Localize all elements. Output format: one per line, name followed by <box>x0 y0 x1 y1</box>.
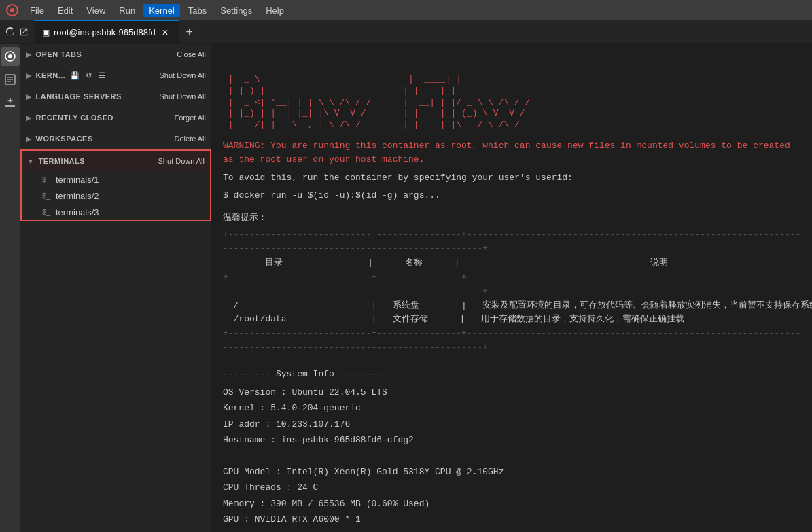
language-servers-title: ▶ LANGUAGE SERVERS <box>26 92 122 101</box>
cpu-threads: CPU Threads : 24 C <box>223 480 801 495</box>
system-info-header: --------- System Info --------- <box>223 366 801 382</box>
recently-closed-title: ▶ RECENTLY CLOSED <box>26 113 113 122</box>
table-divider-mid: +---------------------------+-----------… <box>223 270 801 299</box>
advice-message: To avoid this, run the container by spec… <box>223 171 801 185</box>
menu-edit[interactable]: Edit <box>52 4 78 17</box>
sidebar-icon-bar <box>0 44 20 532</box>
terminal-item-1[interactable]: $_ terminals/1 <box>22 171 210 188</box>
menu-help[interactable]: Help <box>260 4 289 17</box>
open-tabs-chevron: ▶ <box>26 51 32 58</box>
open-tabs-header[interactable]: ▶ OPEN TABS Close All <box>20 44 211 65</box>
memory: Memory : 390 MB / 65536 MB (0.60% Used) <box>223 496 801 512</box>
terminal-item-3-icon: $_ <box>41 207 52 217</box>
terminal-item-2-icon: $_ <box>41 190 52 201</box>
cpu-model: CPU Model : Intel(R) Xeon(R) Gold 5318Y … <box>223 464 801 480</box>
hostname: Hostname : ins-psbbk-965d88fd6-cfdg2 <box>223 432 801 448</box>
table-row-2: /root/data | 文件存储 | 用于存储数据的目录，支持持久化，需确保正… <box>223 313 801 327</box>
cuda: CUDA : Not Installed <box>223 528 801 532</box>
terminal-icon: ▣ <box>42 28 50 37</box>
extensions-icon[interactable] <box>1 93 20 112</box>
os-version: OS Version : Ubuntu 22.04.5 LTS <box>223 385 801 400</box>
kern-restart-icon[interactable]: ↺ <box>83 70 94 81</box>
system-info: --------- System Info --------- OS Versi… <box>223 366 801 532</box>
running-sessions-icon[interactable] <box>1 47 20 66</box>
open-tabs-title: ▶ OPEN TABS <box>26 50 82 58</box>
svg-point-3 <box>8 54 12 58</box>
app-logo <box>5 3 19 17</box>
terminal-item-2-label: terminals/2 <box>56 191 99 201</box>
tab-label: root@ins-psbbk-965d88fd <box>54 27 156 37</box>
workspaces-section: ▶ WORKSPACES Delete All <box>20 128 211 149</box>
open-tabs-section: ▶ OPEN TABS Close All <box>20 44 211 65</box>
language-servers-header[interactable]: ▶ LANGUAGE SERVERS Shut Down All <box>20 86 211 107</box>
tips-section: 温馨提示： +---------------------------+-----… <box>223 211 801 355</box>
terminal-item-2[interactable]: $_ terminals/2 <box>22 188 210 204</box>
menu-view[interactable]: View <box>81 4 111 17</box>
recently-closed-section: ▶ RECENTLY CLOSED Forget All <box>20 107 211 128</box>
main-layout: ▶ OPEN TABS Close All ▶ KERN... 💾 ↺ ☰ <box>0 44 812 532</box>
kern-title: ▶ KERN... 💾 ↺ ☰ <box>26 70 107 81</box>
kernel-version: Kernel : 5.4.0-204-generic <box>223 400 801 416</box>
workspaces-title: ▶ WORKSPACES <box>26 135 93 143</box>
menu-tabs[interactable]: Tabs <box>183 4 212 17</box>
kern-header[interactable]: ▶ KERN... 💾 ↺ ☰ Shut Down All <box>20 65 211 86</box>
kern-shutdown-all-button[interactable]: Shut Down All <box>160 71 206 79</box>
ascii-art-header: ____ ______ _ | _ \ | ____| | | |_) |_ _… <box>223 51 801 131</box>
terminal-tab[interactable]: ▣ root@ins-psbbk-965d88fd ✕ <box>34 20 179 44</box>
workspaces-header[interactable]: ▶ WORKSPACES Delete All <box>20 128 211 149</box>
new-tab-button[interactable]: + <box>179 20 200 44</box>
svg-point-1 <box>10 8 14 12</box>
terminals-header[interactable]: ▼ TERMINALS Shut Down All <box>22 151 210 171</box>
delete-all-button[interactable]: Delete All <box>175 135 206 143</box>
kern-chevron: ▶ <box>26 72 32 79</box>
table-divider-top: +---------------------------+-----------… <box>223 228 801 257</box>
tips-title: 温馨提示： <box>223 211 801 226</box>
forget-all-button[interactable]: Forget All <box>175 113 206 122</box>
tabbar: ▣ root@ins-psbbk-965d88fd ✕ + <box>0 20 812 44</box>
external-link-icon[interactable] <box>19 27 29 37</box>
kern-menu-icon[interactable]: ☰ <box>96 70 107 81</box>
file-browser-icon[interactable] <box>1 70 20 89</box>
terminals-title: ▼ TERMINALS <box>27 157 85 165</box>
table-row-1: / | 系统盘 | 安装及配置环境的目录，可存放代码等。会随着释放实例消失，当前… <box>223 299 801 313</box>
terminal-item-3[interactable]: $_ terminals/3 <box>22 204 210 220</box>
table-header: 目录 | 名称 | 说明 <box>223 256 801 270</box>
language-servers-shutdown-button[interactable]: Shut Down All <box>160 92 206 101</box>
kern-controls: 💾 ↺ ☰ <box>69 70 107 81</box>
workspaces-chevron: ▶ <box>26 135 32 143</box>
kern-section: ▶ KERN... 💾 ↺ ☰ Shut Down All <box>20 65 211 86</box>
kern-save-icon[interactable]: 💾 <box>69 70 80 81</box>
docker-command: $ docker run -u $(id -u):$(id -g) args..… <box>223 190 801 200</box>
language-servers-section: ▶ LANGUAGE SERVERS Shut Down All <box>20 86 211 107</box>
terminals-chevron: ▼ <box>27 158 34 165</box>
menu-file[interactable]: File <box>24 4 50 17</box>
menu-settings[interactable]: Settings <box>215 4 258 17</box>
tab-close-button[interactable]: ✕ <box>160 27 171 38</box>
refresh-icon[interactable] <box>5 27 15 37</box>
table-divider-bottom: +---------------------------+-----------… <box>223 327 801 355</box>
ip-address: IP addr : 10.233.107.176 <box>223 416 801 432</box>
terminal-item-1-label: terminals/1 <box>56 175 99 185</box>
tabbar-controls <box>0 27 34 37</box>
close-all-button[interactable]: Close All <box>177 50 206 58</box>
terminals-section: ▼ TERMINALS Shut Down All $_ terminals/1… <box>20 149 211 221</box>
warning-message: WARNING: You are running this container … <box>223 139 801 166</box>
sidebar-panel: ▶ OPEN TABS Close All ▶ KERN... 💾 ↺ ☰ <box>20 44 212 532</box>
language-servers-chevron: ▶ <box>26 93 32 101</box>
terminals-shutdown-all-button[interactable]: Shut Down All <box>158 157 205 165</box>
menu-run[interactable]: Run <box>113 4 141 17</box>
recently-closed-chevron: ▶ <box>26 114 32 122</box>
menu-kernel[interactable]: Kernel <box>143 4 180 17</box>
terminal-item-1-icon: $_ <box>41 174 52 185</box>
recently-closed-header[interactable]: ▶ RECENTLY CLOSED Forget All <box>20 107 211 128</box>
terminal-output[interactable]: ____ ______ _ | _ \ | ____| | | |_) |_ _… <box>212 44 812 532</box>
menubar: File Edit View Run Kernel Tabs Settings … <box>0 0 812 20</box>
terminal-item-3-label: terminals/3 <box>56 207 99 217</box>
gpu: GPU : NVIDIA RTX A6000 * 1 <box>223 512 801 527</box>
